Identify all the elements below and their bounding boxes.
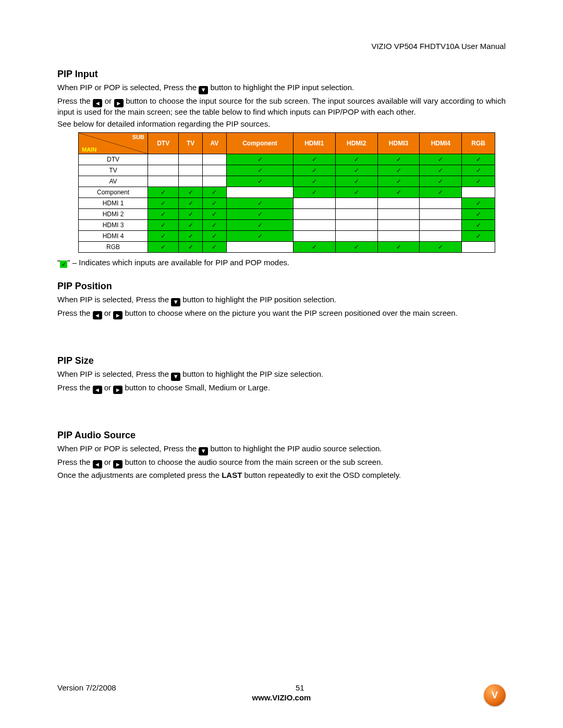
cell-blank xyxy=(293,198,335,208)
text: or xyxy=(105,96,114,105)
footer-version: Version 7/2/2008 xyxy=(57,683,116,692)
col-header: HDMI4 xyxy=(420,132,462,154)
page-header: VIZIO VP504 FHDTV10A User Manual xyxy=(57,42,506,51)
cell-blank xyxy=(420,219,462,230)
left-arrow-icon: ◄ xyxy=(93,460,102,468)
cell-compatible: ✓ xyxy=(420,176,462,187)
down-arrow-icon: ▼ xyxy=(171,298,180,306)
last-button-label: LAST xyxy=(222,471,242,479)
cell-compatible: ✓ xyxy=(202,230,226,241)
cell-blank xyxy=(202,176,226,187)
cell-compatible: ✓ xyxy=(420,187,462,198)
cell-compatible: ✓ xyxy=(420,154,462,165)
cell-blank xyxy=(293,219,335,230)
left-arrow-icon: ◄ xyxy=(93,311,102,319)
cell-blank xyxy=(420,198,462,208)
left-arrow-icon: ◄ xyxy=(93,99,102,107)
cell-compatible: ✓ xyxy=(148,219,179,230)
pip-audio-line2: Press the ◄ or ► button to choose the au… xyxy=(57,458,506,469)
cell-compatible: ✓ xyxy=(227,219,293,230)
text: button to highlight the PIP audio source… xyxy=(210,444,382,453)
text: When PIP is selected, Press the xyxy=(57,369,171,378)
cell-compatible: ✓ xyxy=(462,208,495,219)
table-corner-cell: SUB MAIN xyxy=(79,132,148,154)
row-header: AV xyxy=(79,176,148,187)
right-arrow-icon: ► xyxy=(113,386,123,394)
pip-input-line3: See below for detailed information regar… xyxy=(57,119,506,129)
text: button to choose Small, Medium or Large. xyxy=(125,383,270,392)
text: button to choose where on the picture yo… xyxy=(125,309,457,317)
heading-pip-audio: PIP Audio Source xyxy=(57,430,506,441)
cell-compatible: ✓ xyxy=(179,187,203,198)
cell-compatible: ✓ xyxy=(227,208,293,219)
heading-pip-position: PIP Position xyxy=(57,281,506,292)
cell-compatible: ✓ xyxy=(179,219,203,230)
pip-size-line1: When PIP is selected, Press the ▼ button… xyxy=(57,369,506,381)
col-header: AV xyxy=(202,132,226,154)
cell-blank xyxy=(335,198,377,208)
row-header: TV xyxy=(79,165,148,176)
cell-compatible: ✓ xyxy=(462,176,495,187)
cell-compatible: ✓ xyxy=(227,165,293,176)
row-header: Component xyxy=(79,187,148,198)
cell-blank xyxy=(179,176,203,187)
col-header: Component xyxy=(227,132,293,154)
cell-compatible: ✓ xyxy=(462,230,495,241)
text: button to choose the audio source from t… xyxy=(125,458,383,466)
text: or xyxy=(104,309,114,317)
cell-blank xyxy=(293,208,335,219)
heading-pip-input: PIP Input xyxy=(57,69,506,80)
text: Press the xyxy=(57,309,93,317)
row-header: HDMI 4 xyxy=(79,230,148,241)
cell-compatible: ✓ xyxy=(420,165,462,176)
cell-blank xyxy=(377,230,420,241)
cell-compatible: ✓ xyxy=(202,187,226,198)
corner-main-label: MAIN xyxy=(82,146,96,153)
cell-compatible: ✓ xyxy=(293,154,335,165)
col-header: RGB xyxy=(462,132,495,154)
cell-compatible: ✓ xyxy=(148,198,179,208)
col-header: DTV xyxy=(148,132,179,154)
cell-blank xyxy=(377,198,420,208)
cell-compatible: ✓ xyxy=(377,241,420,252)
text: or xyxy=(104,383,114,392)
cell-blank xyxy=(462,187,495,198)
text: Press the xyxy=(57,383,93,392)
row-header: HDMI 1 xyxy=(79,198,148,208)
pip-position-line2: Press the ◄ or ► button to choose where … xyxy=(57,309,506,320)
cell-compatible: ✓ xyxy=(179,198,203,208)
pip-size-line2: Press the ◄ or ► button to choose Small,… xyxy=(57,383,506,394)
pip-input-line1: When PIP or POP is selected, Press the ▼… xyxy=(57,83,506,94)
down-arrow-icon: ▼ xyxy=(171,373,180,381)
cell-compatible: ✓ xyxy=(227,176,293,187)
cell-blank xyxy=(202,165,226,176)
text: When PIP is selected, Press the xyxy=(57,295,171,304)
table-row: HDMI 1✓✓✓✓✓ xyxy=(79,198,495,208)
cell-compatible: ✓ xyxy=(462,198,495,208)
footer-url: www.VIZIO.com xyxy=(57,693,506,702)
table-row: AV✓✓✓✓✓✓ xyxy=(79,176,495,187)
col-header: HDMI1 xyxy=(293,132,335,154)
cell-blank xyxy=(148,165,179,176)
row-header: HDMI 2 xyxy=(79,208,148,219)
corner-sub-label: SUB xyxy=(132,134,144,140)
text: button to highlight the PIP size selecti… xyxy=(182,369,323,378)
cell-blank xyxy=(377,219,420,230)
text: When PIP or POP is selected, Press the xyxy=(57,83,199,92)
cell-compatible: ✓ xyxy=(377,165,420,176)
col-header: TV xyxy=(179,132,203,154)
table-row: TV✓✓✓✓✓✓ xyxy=(79,165,495,176)
cell-compatible: ✓ xyxy=(179,208,203,219)
cell-compatible: ✓ xyxy=(293,241,335,252)
cell-blank xyxy=(202,154,226,165)
cell-compatible: ✓ xyxy=(202,208,226,219)
cell-compatible: ✓ xyxy=(377,154,420,165)
pip-position-line1: When PIP is selected, Press the ▼ button… xyxy=(57,295,506,306)
cell-blank xyxy=(335,230,377,241)
cell-compatible: ✓ xyxy=(148,241,179,252)
pip-input-line2: Press the ◄ or ► button to choose the in… xyxy=(57,96,506,117)
cell-blank xyxy=(420,208,462,219)
page-footer: Version 7/2/2008 51 www.VIZIO.com V xyxy=(57,683,506,702)
cell-compatible: ✓ xyxy=(148,208,179,219)
text: " – Indicates which inputs are available… xyxy=(67,258,289,267)
